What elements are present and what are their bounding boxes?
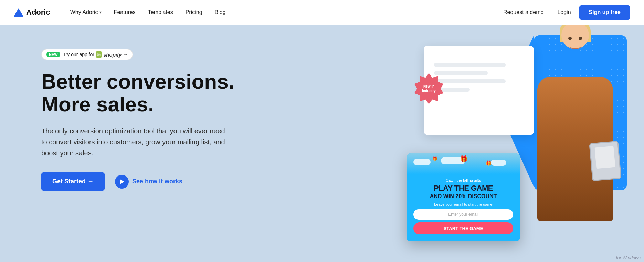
hero-section: NEW Try our app for 🛍 shopify → Better c… xyxy=(0,25,644,262)
play-triangle-icon xyxy=(120,179,124,184)
nav-features[interactable]: Features xyxy=(108,0,142,25)
hero-left: NEW Try our app for 🛍 shopify → Better c… xyxy=(41,42,234,191)
brand-name: Adoric xyxy=(26,8,50,17)
cloud-1 xyxy=(413,159,431,165)
email-input[interactable]: Enter your email xyxy=(413,209,513,220)
woman-figure xyxy=(527,25,623,221)
logo-triangle-icon xyxy=(14,8,23,17)
new-label: NEW xyxy=(46,52,60,57)
new-industry-text: New in industry xyxy=(422,84,435,93)
arrow-right-icon: → xyxy=(123,52,128,57)
popup-line-3 xyxy=(434,79,506,83)
popup-line-1 xyxy=(434,63,506,67)
login-button[interactable]: Login xyxy=(552,9,576,16)
logo[interactable]: Adoric xyxy=(14,8,50,17)
shopify-badge[interactable]: NEW Try our app for 🛍 shopify → xyxy=(41,49,133,60)
catch-text: Catch the falling gifts xyxy=(413,178,513,182)
shopify-bag-icon: 🛍 xyxy=(96,51,102,58)
win-discount-text: AND WIN 20% DISCOUNT xyxy=(413,193,513,200)
game-sky: 🎁 🎁 🎁 xyxy=(407,153,520,174)
game-popup: × 🎁 🎁 🎁 Catch the falling gifts PLAY THE… xyxy=(407,153,520,241)
start-game-button[interactable]: START THE GAME xyxy=(413,222,513,234)
email-prompt-text: Leave your email to start the game xyxy=(413,202,513,206)
chevron-down-icon: ▾ xyxy=(99,10,102,15)
navbar: Adoric Why Adoric ▾ Features Templates P… xyxy=(0,0,644,25)
windows-text: for Windows xyxy=(613,253,644,262)
nav-links: Why Adoric ▾ Features Templates Pricing … xyxy=(64,0,498,25)
request-demo-link[interactable]: Request a demo xyxy=(498,9,549,16)
see-how-button[interactable]: See how it works xyxy=(115,175,182,189)
nav-blog[interactable]: Blog xyxy=(209,0,232,25)
nav-why-adoric[interactable]: Why Adoric ▾ xyxy=(64,0,108,25)
hero-headline: Better conversions. More sales. xyxy=(41,70,234,116)
nav-pricing[interactable]: Pricing xyxy=(179,0,209,25)
signup-button[interactable]: Sign up free xyxy=(579,5,630,20)
play-icon xyxy=(115,175,129,189)
play-game-headline: PLAY THE GAME xyxy=(413,184,513,193)
hero-cta: Get Started → See how it works xyxy=(41,172,234,191)
popup-line-2 xyxy=(434,71,488,75)
nav-templates[interactable]: Templates xyxy=(142,0,179,25)
hero-illustration: New in industry xyxy=(396,25,644,262)
get-started-button[interactable]: Get Started → xyxy=(41,172,105,191)
hero-subtext: The only conversion optimization tool th… xyxy=(41,125,227,159)
nav-right: Request a demo Login Sign up free xyxy=(498,5,630,20)
shopify-text: Try our app for 🛍 shopify → xyxy=(63,51,128,58)
game-popup-content: Catch the falling gifts PLAY THE GAME AN… xyxy=(407,174,520,234)
cloud-3 xyxy=(491,160,506,166)
